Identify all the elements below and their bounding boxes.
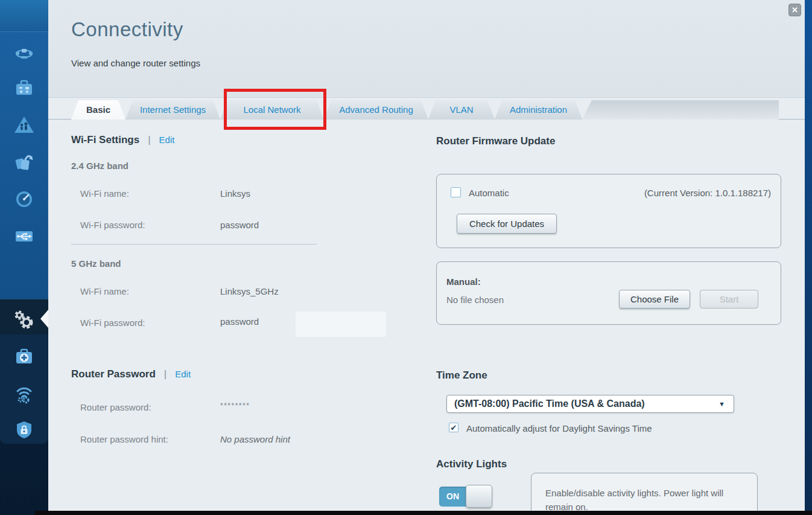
wifi-password-value: password	[220, 220, 259, 230]
network-map-icon	[13, 54, 35, 65]
field-highlight	[296, 312, 386, 337]
tab-administration[interactable]: Administration	[495, 100, 582, 120]
sidebar-item-troubleshooting[interactable]	[13, 345, 35, 367]
sidebar-item-speed-test[interactable]	[13, 188, 35, 210]
external-storage-icon	[13, 238, 35, 249]
tab-internet-settings[interactable]: Internet Settings	[125, 100, 220, 120]
router-password-value: ********	[220, 401, 250, 410]
sidebar-item-security[interactable]	[13, 419, 35, 441]
manual-label: Manual:	[446, 277, 481, 287]
wifi-edit-link[interactable]: Edit	[159, 135, 175, 145]
band-divider	[71, 244, 317, 245]
toggle-knob[interactable]	[466, 485, 492, 508]
wifi-name-value: Linksys	[220, 188, 250, 199]
speed-test-icon	[13, 201, 35, 211]
wifi-password-5g-value: password	[220, 316, 259, 327]
router-password-hint-label: Router password hint:	[80, 434, 168, 444]
activity-lights-toggle[interactable]: ON	[439, 487, 491, 507]
wifi-settings-heading: Wi-Fi Settings	[71, 134, 139, 146]
sidebar-item-parental-controls[interactable]	[13, 114, 35, 136]
sidebar-item-network-map[interactable]	[13, 41, 35, 63]
check-for-updates-button[interactable]: Check for Updates	[457, 214, 557, 234]
tab-basic[interactable]: Basic	[71, 100, 125, 120]
router-password-heading-row: Router Password | Edit	[71, 368, 191, 380]
router-password-hint-value: No password hint	[220, 434, 290, 444]
wifi-name-5g-value: Linksys_5GHz	[220, 286, 279, 296]
firmware-auto-panel	[436, 174, 781, 248]
page-title: Connectivity	[71, 18, 183, 41]
tab-advanced-routing[interactable]: Advanced Routing	[324, 100, 428, 120]
choose-file-button[interactable]: Choose File	[619, 290, 690, 309]
parental-controls-icon	[13, 127, 35, 138]
dst-label: Automatically adjust for Daylight Saving…	[466, 423, 652, 433]
tab-local-network[interactable]: Local Network	[220, 100, 324, 120]
router-admin-window: Connectivity View and change router sett…	[0, 0, 812, 515]
time-zone-select[interactable]: (GMT-08:00) Pacific Time (USA & Canada) …	[446, 395, 734, 413]
sidebar-item-media-prioritization[interactable]	[13, 151, 35, 173]
wifi-name-5g-label: Wi-Fi name:	[80, 286, 129, 296]
band-5ghz-heading: 5 GHz band	[71, 258, 121, 269]
page-subtitle: View and change router settings	[71, 58, 200, 68]
wifi-name-label: Wi-Fi name:	[80, 188, 129, 199]
active-item-arrow-icon	[40, 310, 48, 328]
heading-separator: |	[148, 134, 150, 146]
sidebar-item-wireless[interactable]	[13, 382, 35, 404]
activity-lights-tooltip: Enable/disable activity lights. Power li…	[531, 473, 758, 515]
window-bottom-bar	[35, 511, 812, 515]
time-zone-heading: Time Zone	[436, 369, 487, 382]
close-icon[interactable]: ✕	[788, 4, 801, 16]
automatic-checkbox[interactable]	[451, 187, 461, 197]
tooltip-text: Enable/disable activity lights. Power li…	[545, 486, 735, 514]
sidebar-item-external-storage[interactable]	[13, 225, 35, 247]
chevron-down-icon: ▼	[718, 400, 734, 408]
wireless-icon	[13, 395, 35, 406]
current-version-text: (Current Version: 1.0.1.188217)	[631, 188, 771, 198]
media-prioritization-icon	[13, 164, 35, 174]
file-status-text: No file chosen	[446, 295, 504, 305]
firmware-update-heading: Router Firmware Update	[436, 135, 555, 147]
heading-separator: |	[164, 368, 167, 380]
tabstrip-filler	[582, 100, 779, 120]
window-right-edge	[805, 0, 812, 515]
sidebar-item-guest-access[interactable]	[13, 77, 35, 99]
router-password-label: Router password:	[80, 402, 151, 412]
dst-checkbox[interactable]: ✔	[449, 423, 458, 432]
wifi-password-5g-label: Wi-Fi password:	[80, 318, 145, 328]
sidebar-logo-area	[0, 0, 48, 32]
wifi-password-label: Wi-Fi password:	[80, 220, 145, 230]
troubleshooting-icon	[13, 359, 35, 369]
toggle-on-label: ON	[446, 491, 459, 501]
page-header-band	[48, 0, 805, 98]
security-shield-icon	[13, 432, 35, 443]
wifi-settings-heading-row: Wi-Fi Settings | Edit	[71, 134, 174, 146]
router-password-heading: Router Password	[71, 368, 156, 380]
connectivity-gears-icon	[11, 325, 37, 335]
activity-lights-heading: Activity Lights	[436, 458, 507, 470]
band-24ghz-heading: 2.4 GHz band	[71, 161, 128, 171]
guest-access-icon	[13, 91, 35, 101]
router-password-edit-link[interactable]: Edit	[175, 369, 191, 379]
start-button[interactable]: Start	[700, 290, 758, 309]
time-zone-selected-option: (GMT-08:00) Pacific Time (USA & Canada)	[447, 398, 718, 409]
automatic-label: Automatic	[469, 188, 509, 198]
sidebar-item-connectivity[interactable]	[11, 307, 37, 333]
tab-vlan[interactable]: VLAN	[428, 100, 495, 120]
